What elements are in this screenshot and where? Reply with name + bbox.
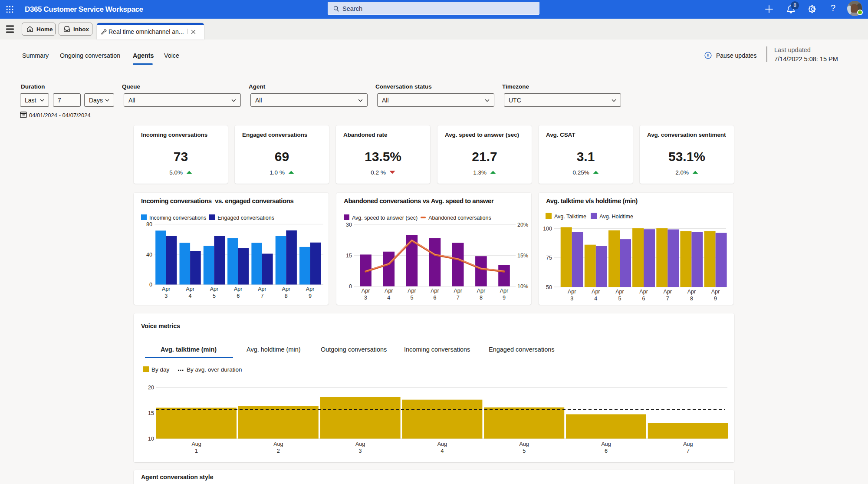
svg-text:4: 4 bbox=[594, 296, 597, 302]
svg-text:5: 5 bbox=[213, 293, 216, 299]
svg-text:0: 0 bbox=[349, 283, 352, 290]
svg-text:Apr: Apr bbox=[306, 286, 314, 292]
svg-text:10: 10 bbox=[148, 436, 154, 442]
svg-text:Apr: Apr bbox=[162, 286, 170, 292]
svg-text:7: 7 bbox=[687, 448, 690, 454]
svg-text:Apr: Apr bbox=[568, 289, 576, 295]
svg-text:8: 8 bbox=[285, 293, 288, 299]
svg-text:Apr: Apr bbox=[664, 289, 672, 295]
svg-text:20: 20 bbox=[148, 385, 154, 391]
svg-text:5: 5 bbox=[523, 448, 526, 454]
svg-text:6: 6 bbox=[605, 448, 608, 454]
svg-text:5: 5 bbox=[410, 295, 413, 301]
svg-text:30: 30 bbox=[346, 222, 352, 228]
svg-text:6: 6 bbox=[237, 293, 240, 299]
svg-text:4: 4 bbox=[441, 448, 444, 454]
svg-text:6: 6 bbox=[642, 296, 645, 302]
svg-text:Apr: Apr bbox=[282, 286, 290, 292]
svg-text:Apr: Apr bbox=[258, 286, 266, 292]
svg-text:6: 6 bbox=[434, 295, 437, 301]
svg-text:Aug: Aug bbox=[355, 441, 365, 447]
svg-text:Apr: Apr bbox=[639, 289, 648, 295]
svg-text:0: 0 bbox=[149, 282, 152, 288]
svg-text:3: 3 bbox=[570, 296, 573, 302]
svg-text:80: 80 bbox=[146, 221, 152, 227]
svg-text:Aug: Aug bbox=[683, 441, 693, 447]
svg-text:Aug: Aug bbox=[273, 441, 283, 447]
svg-text:Apr: Apr bbox=[186, 286, 194, 292]
svg-text:Aug: Aug bbox=[191, 441, 201, 447]
svg-text:Apr: Apr bbox=[592, 289, 600, 295]
svg-text:5: 5 bbox=[618, 296, 621, 302]
svg-text:20%: 20% bbox=[517, 222, 528, 228]
svg-text:Apr: Apr bbox=[431, 288, 439, 294]
svg-text:9: 9 bbox=[503, 295, 506, 301]
svg-text:3: 3 bbox=[364, 295, 367, 301]
svg-text:7: 7 bbox=[666, 296, 669, 302]
svg-text:10%: 10% bbox=[517, 283, 528, 290]
svg-text:Apr: Apr bbox=[210, 286, 218, 292]
svg-text:1: 1 bbox=[195, 448, 198, 454]
svg-text:100: 100 bbox=[543, 226, 552, 232]
svg-text:15: 15 bbox=[148, 410, 154, 416]
svg-text:Aug: Aug bbox=[601, 441, 611, 447]
svg-text:4: 4 bbox=[387, 295, 390, 301]
svg-text:Apr: Apr bbox=[711, 289, 720, 295]
svg-text:Apr: Apr bbox=[385, 288, 393, 294]
svg-text:9: 9 bbox=[714, 296, 717, 302]
svg-text:Apr: Apr bbox=[234, 286, 242, 292]
svg-text:50: 50 bbox=[546, 284, 552, 290]
svg-text:4: 4 bbox=[189, 293, 192, 299]
svg-text:Apr: Apr bbox=[408, 288, 416, 294]
svg-text:40: 40 bbox=[146, 252, 152, 258]
svg-text:Apr: Apr bbox=[454, 288, 462, 294]
svg-text:3: 3 bbox=[359, 448, 362, 454]
svg-text:7: 7 bbox=[261, 293, 264, 299]
svg-text:Aug: Aug bbox=[437, 441, 447, 447]
svg-text:Apr: Apr bbox=[500, 288, 508, 294]
svg-text:2: 2 bbox=[277, 448, 280, 454]
svg-text:9: 9 bbox=[309, 293, 312, 299]
svg-text:7: 7 bbox=[457, 295, 460, 301]
svg-text:Apr: Apr bbox=[615, 289, 624, 295]
svg-text:8: 8 bbox=[480, 295, 483, 301]
svg-text:3: 3 bbox=[164, 293, 168, 299]
svg-text:8: 8 bbox=[690, 296, 693, 302]
svg-text:75: 75 bbox=[546, 255, 552, 261]
svg-text:Aug: Aug bbox=[519, 441, 529, 447]
svg-text:Apr: Apr bbox=[687, 289, 696, 295]
svg-text:Apr: Apr bbox=[362, 288, 370, 294]
svg-text:15%: 15% bbox=[517, 253, 528, 259]
svg-text:15: 15 bbox=[346, 253, 352, 259]
svg-text:Apr: Apr bbox=[477, 288, 485, 294]
